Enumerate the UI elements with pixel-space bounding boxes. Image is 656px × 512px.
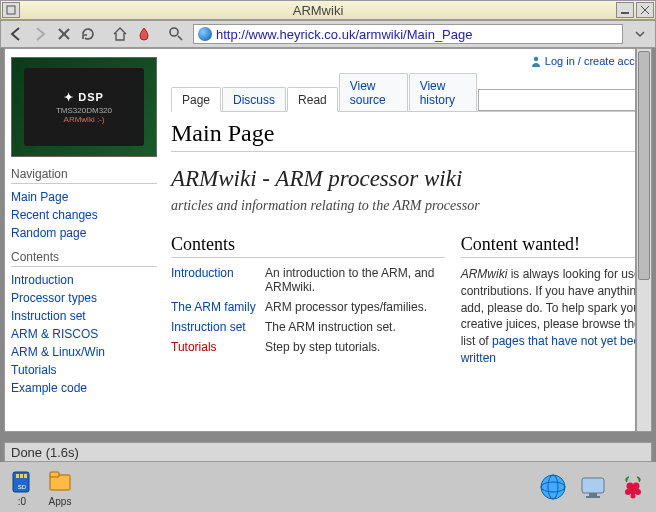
window-minimize-button[interactable] — [616, 2, 634, 18]
wiki-search-input[interactable] — [485, 93, 635, 107]
page-headline: ARMwiki - ARM processor wiki — [171, 166, 636, 192]
status-text: Done (1.6s) — [11, 445, 79, 460]
page-viewport: ✦ DSP TMS320DM320 ARMwiki :-) Navigation… — [4, 48, 636, 432]
nav-arm-linux-win[interactable]: ARM & Linux/Win — [11, 343, 157, 361]
user-links: Log in / create account — [171, 55, 636, 67]
vertical-scrollbar[interactable] — [636, 48, 652, 432]
contents-table: IntroductionAn introduction to the ARM, … — [171, 266, 445, 354]
nav-main-page[interactable]: Main Page — [11, 188, 157, 206]
toc-arm-family[interactable]: The ARM family — [171, 300, 265, 314]
chip-image: ✦ DSP TMS320DM320 ARMwiki :-) — [24, 68, 144, 146]
svg-rect-22 — [589, 493, 597, 496]
tab-read[interactable]: Read — [287, 87, 338, 112]
url-bar[interactable] — [193, 24, 623, 44]
nav-processor-types[interactable]: Processor types — [11, 289, 157, 307]
network-globe-icon[interactable] — [538, 472, 568, 502]
sd-card-icon[interactable]: SD :0 — [8, 468, 36, 507]
svg-point-8 — [534, 57, 538, 61]
tab-discuss[interactable]: Discuss — [222, 87, 286, 111]
scrollbar-thumb[interactable] — [638, 51, 650, 280]
hotlist-button[interactable] — [133, 23, 155, 45]
url-history-button[interactable] — [629, 23, 651, 45]
svg-line-7 — [178, 36, 182, 40]
contents-section-head: Contents — [171, 234, 445, 258]
nav-tutorials[interactable]: Tutorials — [11, 361, 157, 379]
nav-random-page[interactable]: Random page — [11, 224, 157, 242]
wiki-search[interactable] — [478, 89, 636, 111]
svg-rect-13 — [20, 474, 23, 478]
browser-toolbar — [0, 20, 656, 48]
svg-point-28 — [635, 489, 641, 495]
nav-instruction-set[interactable]: Instruction set — [11, 307, 157, 325]
wanted-section-head: Content wanted! — [461, 234, 636, 258]
svg-text:SD: SD — [18, 484, 27, 490]
home-button[interactable] — [109, 23, 131, 45]
page-tabs: Page Discuss Read View source View histo… — [171, 73, 636, 111]
tab-view-history[interactable]: View history — [409, 73, 477, 111]
window-titlebar: ARMwiki — [0, 0, 656, 20]
svg-rect-14 — [24, 474, 27, 478]
url-input[interactable] — [216, 27, 618, 42]
svg-point-18 — [541, 475, 565, 499]
stop-button[interactable] — [53, 23, 75, 45]
toc-instruction-set[interactable]: Instruction set — [171, 320, 265, 334]
globe-icon — [198, 27, 212, 41]
tab-view-source[interactable]: View source — [339, 73, 408, 111]
back-button[interactable] — [5, 23, 27, 45]
reload-button[interactable] — [77, 23, 99, 45]
wiki-sidebar: ✦ DSP TMS320DM320 ARMwiki :-) Navigation… — [5, 49, 163, 431]
nav-arm-riscos[interactable]: ARM & RISCOS — [11, 325, 157, 343]
page-title: Main Page — [171, 120, 636, 152]
toc-tutorials[interactable]: Tutorials — [171, 340, 265, 354]
forward-button[interactable] — [29, 23, 51, 45]
page-subhead: articles and information relating to the… — [171, 198, 636, 214]
window-title: ARMwiki — [21, 3, 615, 18]
nav-introduction[interactable]: Introduction — [11, 271, 157, 289]
window-back-button[interactable] — [2, 2, 20, 18]
nav-heading: Navigation — [11, 167, 157, 184]
status-bar: Done (1.6s) — [4, 442, 652, 462]
search-button[interactable] — [165, 23, 187, 45]
wiki-logo[interactable]: ✦ DSP TMS320DM320 ARMwiki :-) — [11, 57, 157, 157]
nav-example-code[interactable]: Example code — [11, 379, 157, 397]
svg-rect-12 — [16, 474, 19, 478]
display-icon[interactable] — [578, 472, 608, 502]
icon-bar: SD :0 Apps — [0, 462, 656, 512]
svg-rect-17 — [50, 472, 59, 477]
login-link[interactable]: Log in / create account — [545, 55, 636, 67]
svg-rect-23 — [586, 496, 600, 498]
svg-rect-0 — [7, 6, 15, 14]
nav-recent-changes[interactable]: Recent changes — [11, 206, 157, 224]
apps-icon[interactable]: Apps — [46, 468, 74, 507]
user-icon — [530, 55, 542, 67]
window-close-button[interactable] — [636, 2, 654, 18]
article-area: Log in / create account Page Discuss Rea… — [163, 49, 636, 431]
tab-page[interactable]: Page — [171, 87, 221, 112]
svg-point-27 — [625, 489, 631, 495]
toc-introduction[interactable]: Introduction — [171, 266, 265, 294]
svg-point-6 — [170, 28, 178, 36]
svg-point-29 — [631, 494, 636, 499]
svg-rect-21 — [582, 478, 604, 493]
wanted-body: ARMwiki is always looking for user contr… — [461, 266, 636, 367]
contents-heading: Contents — [11, 250, 157, 267]
raspberry-pi-icon[interactable] — [618, 472, 648, 502]
